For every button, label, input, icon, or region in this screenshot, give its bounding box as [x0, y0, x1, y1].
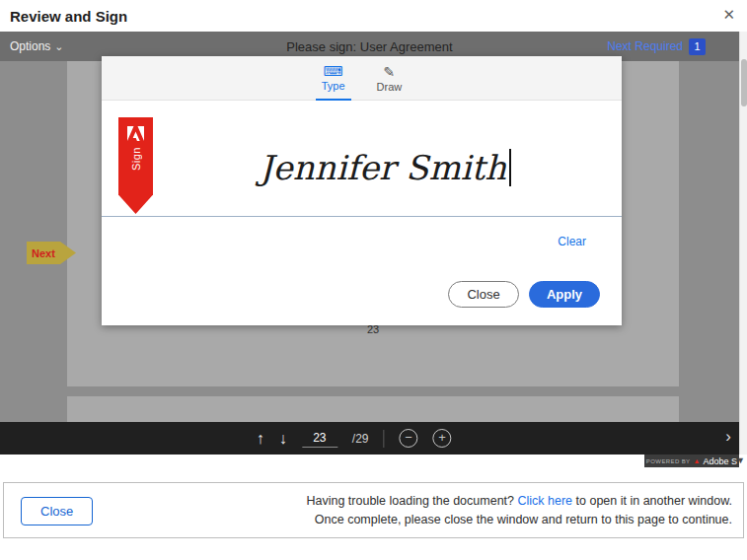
keyboard-icon: ⌨	[324, 64, 343, 78]
powered-by-label: POWERED BY	[646, 458, 691, 464]
sign-ribbon-label: Sign	[130, 147, 142, 171]
titlebar: Review and Sign ✕	[0, 0, 747, 32]
click-here-link[interactable]: Click here	[518, 494, 573, 508]
page-up-button[interactable]: ↑	[257, 430, 264, 448]
tab-type-label: Type	[322, 80, 345, 92]
zoom-out-button[interactable]: −	[400, 429, 418, 448]
modal-buttons: Close Apply	[448, 281, 600, 308]
page-down-button[interactable]: ↓	[279, 430, 287, 448]
scrollbar-thumb[interactable]	[741, 59, 747, 106]
apply-button[interactable]: Apply	[529, 281, 600, 308]
trouble-line-2: Once complete, please close the window a…	[306, 511, 732, 529]
powered-by-brand: Adobe S	[703, 456, 737, 466]
trouble-text-after: to open it in another window.	[572, 494, 732, 508]
adobe-triangle-icon: ▲	[694, 457, 701, 464]
signature-tabs: ⌨ Type ✎ Draw	[102, 56, 622, 101]
trouble-line-1: Having trouble loading the document? Cli…	[306, 492, 732, 511]
document-page-next	[67, 396, 679, 422]
page-total-label: /29	[352, 432, 369, 446]
next-required-count-badge: 1	[689, 38, 706, 55]
signature-modal: ⌨ Type ✎ Draw Sign Jennifer Smith Clear	[102, 56, 622, 325]
signature-baseline	[102, 216, 622, 217]
zoom-in-button[interactable]: +	[433, 429, 452, 448]
signature-text: Jennifer Smith	[260, 148, 506, 187]
trouble-text-before: Having trouble loading the document?	[306, 494, 517, 508]
clear-button[interactable]: Clear	[558, 235, 586, 248]
expand-toolbar-chevron[interactable]: ›	[725, 427, 731, 447]
pdf-viewer-toolbar: ↑ ↓ /29 − + ›	[0, 422, 739, 455]
footer-panel: Close Having trouble loading the documen…	[3, 482, 744, 538]
close-icon[interactable]: ✕	[722, 6, 735, 24]
tab-draw[interactable]: ✎ Draw	[371, 56, 409, 101]
sign-ribbon: Sign	[118, 117, 153, 214]
trouble-loading-text: Having trouble loading the document? Cli…	[306, 492, 732, 529]
signature-modal-body: Sign Jennifer Smith Clear Close Apply	[102, 101, 622, 324]
modal-close-button[interactable]: Close	[448, 281, 519, 308]
toolbar-divider	[384, 430, 385, 448]
pen-icon: ✎	[384, 65, 396, 79]
pdf-toolbar-controls: ↑ ↓ /29 − +	[257, 422, 452, 455]
next-required-label: Next Required	[607, 39, 683, 53]
next-required-button[interactable]: Next Required 1	[607, 38, 706, 55]
footer-close-button[interactable]: Close	[21, 497, 93, 525]
signature-input[interactable]: Jennifer Smith	[161, 122, 610, 213]
scrollbar-down-arrow[interactable]: ▼	[734, 455, 747, 467]
text-caret	[509, 149, 511, 186]
adobe-logo-icon	[127, 126, 144, 141]
tab-draw-label: Draw	[377, 81, 403, 93]
review-and-sign-window: Review and Sign ✕ Options ⌄ Please sign:…	[0, 0, 747, 560]
tab-type[interactable]: ⌨ Type	[316, 56, 351, 101]
page-number-input[interactable]	[302, 429, 337, 448]
page-title: Review and Sign	[10, 8, 127, 25]
powered-by-badge: POWERED BY ▲ Adobe S	[644, 455, 739, 467]
vertical-scrollbar[interactable]	[739, 32, 747, 455]
next-field-flag-label: Next	[32, 247, 55, 259]
